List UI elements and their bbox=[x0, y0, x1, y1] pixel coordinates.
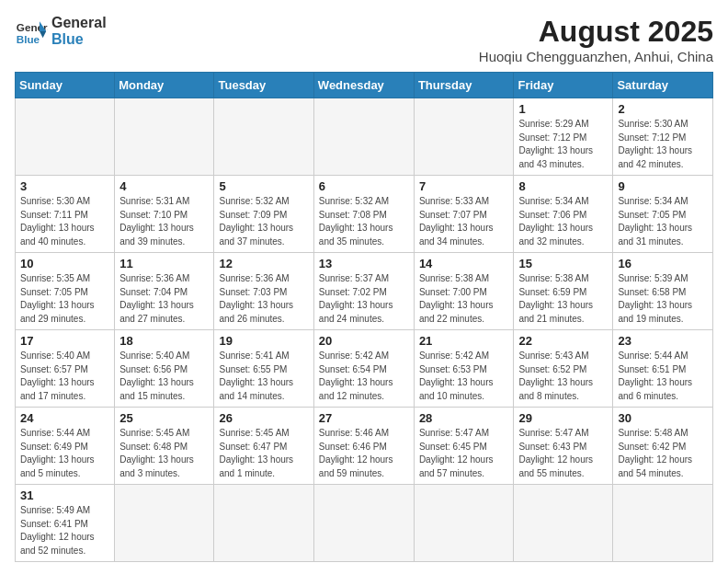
day-info: Sunrise: 5:32 AM Sunset: 7:08 PM Dayligh… bbox=[319, 195, 409, 248]
day-number: 8 bbox=[518, 179, 608, 193]
logo-general-text: General bbox=[51, 15, 107, 31]
calendar-cell: 30Sunrise: 5:48 AM Sunset: 6:42 PM Dayli… bbox=[613, 408, 713, 485]
weekday-header-row: SundayMondayTuesdayWednesdayThursdayFrid… bbox=[16, 73, 713, 98]
day-number: 3 bbox=[20, 179, 109, 193]
calendar-cell: 21Sunrise: 5:42 AM Sunset: 6:53 PM Dayli… bbox=[414, 330, 514, 408]
title-area: August 2025 Huoqiu Chengguanzhen, Anhui,… bbox=[479, 15, 713, 64]
calendar-cell: 13Sunrise: 5:37 AM Sunset: 7:02 PM Dayli… bbox=[313, 253, 414, 330]
day-info: Sunrise: 5:46 AM Sunset: 6:46 PM Dayligh… bbox=[319, 427, 409, 480]
calendar-cell: 6Sunrise: 5:32 AM Sunset: 7:08 PM Daylig… bbox=[313, 176, 414, 253]
calendar-cell: 4Sunrise: 5:31 AM Sunset: 7:10 PM Daylig… bbox=[115, 176, 214, 253]
calendar-cell bbox=[414, 98, 514, 176]
day-info: Sunrise: 5:42 AM Sunset: 6:53 PM Dayligh… bbox=[419, 350, 509, 403]
day-number: 10 bbox=[20, 257, 109, 270]
weekday-header-friday: Friday bbox=[514, 73, 613, 98]
calendar-cell: 9Sunrise: 5:34 AM Sunset: 7:05 PM Daylig… bbox=[613, 176, 713, 253]
day-info: Sunrise: 5:44 AM Sunset: 6:49 PM Dayligh… bbox=[20, 427, 109, 480]
calendar-cell: 5Sunrise: 5:32 AM Sunset: 7:09 PM Daylig… bbox=[214, 176, 313, 253]
day-number: 18 bbox=[119, 334, 209, 348]
day-number: 12 bbox=[219, 257, 308, 270]
day-info: Sunrise: 5:43 AM Sunset: 6:52 PM Dayligh… bbox=[518, 350, 608, 403]
day-info: Sunrise: 5:30 AM Sunset: 7:12 PM Dayligh… bbox=[618, 118, 708, 171]
week-row-0: 1Sunrise: 5:29 AM Sunset: 7:12 PM Daylig… bbox=[16, 98, 713, 176]
day-info: Sunrise: 5:45 AM Sunset: 6:48 PM Dayligh… bbox=[119, 427, 209, 480]
calendar-cell bbox=[16, 98, 115, 176]
month-year-title: August 2025 bbox=[479, 15, 713, 49]
svg-text:Blue: Blue bbox=[17, 33, 40, 45]
calendar-cell bbox=[214, 98, 313, 176]
calendar-cell bbox=[514, 485, 613, 562]
week-row-3: 17Sunrise: 5:40 AM Sunset: 6:57 PM Dayli… bbox=[16, 330, 713, 408]
calendar-cell: 11Sunrise: 5:36 AM Sunset: 7:04 PM Dayli… bbox=[115, 253, 214, 330]
calendar-cell: 14Sunrise: 5:38 AM Sunset: 7:00 PM Dayli… bbox=[414, 253, 514, 330]
calendar-cell: 15Sunrise: 5:38 AM Sunset: 6:59 PM Dayli… bbox=[514, 253, 613, 330]
day-number: 27 bbox=[319, 411, 409, 425]
day-info: Sunrise: 5:49 AM Sunset: 6:41 PM Dayligh… bbox=[20, 504, 109, 557]
calendar-cell: 1Sunrise: 5:29 AM Sunset: 7:12 PM Daylig… bbox=[514, 98, 613, 176]
day-number: 2 bbox=[618, 102, 708, 116]
day-number: 24 bbox=[20, 411, 109, 425]
day-number: 21 bbox=[419, 334, 509, 348]
calendar-cell: 19Sunrise: 5:41 AM Sunset: 6:55 PM Dayli… bbox=[214, 330, 313, 408]
day-info: Sunrise: 5:36 AM Sunset: 7:04 PM Dayligh… bbox=[119, 272, 209, 326]
calendar-cell: 22Sunrise: 5:43 AM Sunset: 6:52 PM Dayli… bbox=[514, 330, 613, 408]
day-info: Sunrise: 5:40 AM Sunset: 6:56 PM Dayligh… bbox=[119, 350, 209, 403]
day-number: 28 bbox=[419, 411, 509, 425]
day-info: Sunrise: 5:35 AM Sunset: 7:05 PM Dayligh… bbox=[20, 272, 109, 326]
day-info: Sunrise: 5:47 AM Sunset: 6:45 PM Dayligh… bbox=[419, 427, 509, 480]
calendar-cell: 3Sunrise: 5:30 AM Sunset: 7:11 PM Daylig… bbox=[16, 176, 115, 253]
day-number: 9 bbox=[618, 179, 708, 193]
day-number: 30 bbox=[618, 411, 708, 425]
calendar-cell: 28Sunrise: 5:47 AM Sunset: 6:45 PM Dayli… bbox=[414, 408, 514, 485]
logo: General Blue General Blue bbox=[15, 15, 107, 48]
logo-blue-text: Blue bbox=[51, 31, 107, 48]
calendar-cell bbox=[313, 485, 414, 562]
day-number: 16 bbox=[618, 257, 708, 270]
day-info: Sunrise: 5:32 AM Sunset: 7:09 PM Dayligh… bbox=[219, 195, 308, 248]
calendar-cell bbox=[313, 98, 414, 176]
calendar-cell bbox=[115, 485, 214, 562]
calendar-cell: 29Sunrise: 5:47 AM Sunset: 6:43 PM Dayli… bbox=[514, 408, 613, 485]
calendar-cell: 16Sunrise: 5:39 AM Sunset: 6:58 PM Dayli… bbox=[613, 253, 713, 330]
calendar-cell: 27Sunrise: 5:46 AM Sunset: 6:46 PM Dayli… bbox=[313, 408, 414, 485]
day-info: Sunrise: 5:47 AM Sunset: 6:43 PM Dayligh… bbox=[518, 427, 608, 480]
day-info: Sunrise: 5:34 AM Sunset: 7:05 PM Dayligh… bbox=[618, 195, 708, 248]
calendar-cell: 24Sunrise: 5:44 AM Sunset: 6:49 PM Dayli… bbox=[16, 408, 115, 485]
logo-icon: General Blue bbox=[15, 15, 48, 48]
day-number: 31 bbox=[20, 488, 109, 502]
day-number: 7 bbox=[419, 179, 509, 193]
day-info: Sunrise: 5:44 AM Sunset: 6:51 PM Dayligh… bbox=[618, 350, 708, 403]
day-info: Sunrise: 5:33 AM Sunset: 7:07 PM Dayligh… bbox=[419, 195, 509, 248]
calendar-cell: 23Sunrise: 5:44 AM Sunset: 6:51 PM Dayli… bbox=[613, 330, 713, 408]
week-row-1: 3Sunrise: 5:30 AM Sunset: 7:11 PM Daylig… bbox=[16, 176, 713, 253]
calendar-cell: 10Sunrise: 5:35 AM Sunset: 7:05 PM Dayli… bbox=[16, 253, 115, 330]
day-number: 14 bbox=[419, 257, 509, 270]
day-info: Sunrise: 5:29 AM Sunset: 7:12 PM Dayligh… bbox=[518, 118, 608, 171]
day-info: Sunrise: 5:42 AM Sunset: 6:54 PM Dayligh… bbox=[319, 350, 409, 403]
page-header: General Blue General Blue August 2025 Hu… bbox=[15, 15, 713, 64]
day-info: Sunrise: 5:39 AM Sunset: 6:58 PM Dayligh… bbox=[618, 272, 708, 326]
day-info: Sunrise: 5:48 AM Sunset: 6:42 PM Dayligh… bbox=[618, 427, 708, 480]
calendar-cell bbox=[214, 485, 313, 562]
day-number: 15 bbox=[518, 257, 608, 270]
calendar-cell: 2Sunrise: 5:30 AM Sunset: 7:12 PM Daylig… bbox=[613, 98, 713, 176]
weekday-header-sunday: Sunday bbox=[16, 73, 115, 98]
day-number: 26 bbox=[219, 411, 308, 425]
day-number: 4 bbox=[119, 179, 209, 193]
weekday-header-tuesday: Tuesday bbox=[214, 73, 313, 98]
calendar-cell: 20Sunrise: 5:42 AM Sunset: 6:54 PM Dayli… bbox=[313, 330, 414, 408]
calendar-cell bbox=[613, 485, 713, 562]
day-number: 22 bbox=[518, 334, 608, 348]
day-info: Sunrise: 5:45 AM Sunset: 6:47 PM Dayligh… bbox=[219, 427, 308, 480]
day-info: Sunrise: 5:40 AM Sunset: 6:57 PM Dayligh… bbox=[20, 350, 109, 403]
day-number: 11 bbox=[119, 257, 209, 270]
day-info: Sunrise: 5:37 AM Sunset: 7:02 PM Dayligh… bbox=[319, 272, 409, 326]
calendar-cell: 17Sunrise: 5:40 AM Sunset: 6:57 PM Dayli… bbox=[16, 330, 115, 408]
svg-marker-3 bbox=[40, 31, 46, 38]
day-number: 29 bbox=[518, 411, 608, 425]
day-info: Sunrise: 5:36 AM Sunset: 7:03 PM Dayligh… bbox=[219, 272, 308, 326]
calendar-cell: 12Sunrise: 5:36 AM Sunset: 7:03 PM Dayli… bbox=[214, 253, 313, 330]
calendar-table: SundayMondayTuesdayWednesdayThursdayFrid… bbox=[15, 72, 713, 562]
calendar-cell: 18Sunrise: 5:40 AM Sunset: 6:56 PM Dayli… bbox=[115, 330, 214, 408]
week-row-4: 24Sunrise: 5:44 AM Sunset: 6:49 PM Dayli… bbox=[16, 408, 713, 485]
